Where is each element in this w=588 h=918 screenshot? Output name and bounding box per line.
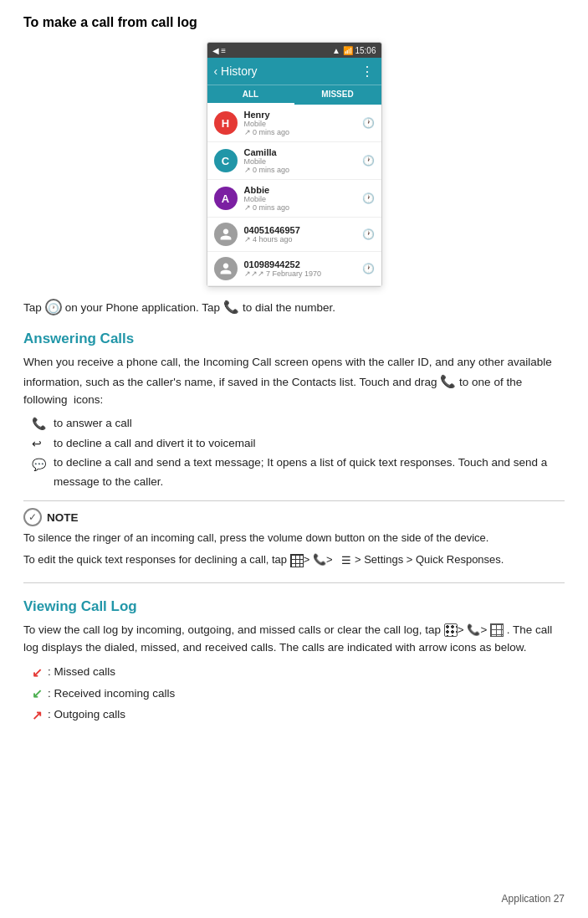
tap-text-3: to dial the number.: [243, 301, 335, 314]
bullet-answer: 📞 to answer a call: [32, 414, 565, 434]
contact-info: 01098944252 ↗↗↗ 7 February 1970: [244, 259, 355, 278]
message-icon: 💬: [32, 455, 49, 475]
bullet-text-message-text: to decline a call and send a text messag…: [54, 454, 565, 492]
bullet-voicemail: ↩ to decline a call and divert it to voi…: [32, 434, 565, 454]
call-log-bullets: ↙ : Missed calls ↙ : Received incoming c…: [32, 662, 565, 726]
grid-icon: [290, 554, 304, 567]
bullet-answer-text: to answer a call: [54, 414, 132, 433]
contact-info: 04051646957 ↗ 4 hours ago: [244, 225, 355, 244]
received-call-icon: ↙: [32, 683, 43, 705]
contact-clock-icon: 🕐: [362, 117, 375, 129]
contact-avatar: H: [214, 111, 238, 135]
apps-grid-icon: [444, 623, 458, 637]
bullet-received: ↙ : Received incoming calls: [32, 683, 565, 705]
missed-call-icon: ↙: [32, 662, 43, 684]
contact-item[interactable]: C Camilla Mobile↗ 0 mins ago 🕐: [207, 142, 381, 180]
contact-name: Abbie: [244, 185, 355, 195]
bullet-missed: ↙ : Missed calls: [32, 662, 565, 684]
answering-calls-title: Answering Calls: [23, 331, 565, 347]
note-text-2: To edit the quick text responses for dec…: [23, 551, 565, 569]
viewing-call-log-description: To view the call log by incoming, outgoi…: [23, 622, 565, 657]
answering-calls-bullets: 📞 to answer a call ↩ to decline a call a…: [32, 414, 565, 492]
status-bar: ◀ ≡ ▲ 📶 15:06: [207, 43, 381, 58]
contact-sub: Mobile↗ 0 mins ago: [244, 157, 355, 174]
tap-text-1: Tap: [23, 301, 42, 314]
outgoing-call-icon: ↗: [32, 705, 43, 726]
contact-item[interactable]: 01098944252 ↗↗↗ 7 February 1970 🕐: [207, 252, 381, 286]
contact-clock-icon: 🕐: [362, 228, 375, 240]
bullet-received-text: : Received incoming calls: [48, 685, 175, 704]
contact-avatar: A: [214, 187, 238, 210]
contact-sub: ↗ 4 hours ago: [244, 235, 355, 244]
phone-tabs: ALL MISSED: [207, 85, 381, 105]
note-box: ✓ NOTE To silence the ringer of an incom…: [23, 500, 565, 583]
bullet-text-message: 💬 to decline a call and send a text mess…: [32, 454, 565, 492]
page-title: To make a call from call log: [23, 15, 565, 30]
contact-info: Henry Mobile↗ 0 mins ago: [244, 110, 355, 136]
phone-dial-icon: 📞: [223, 300, 239, 315]
contact-name: Camilla: [244, 147, 355, 157]
viewing-call-log-title: Viewing Call Log: [23, 598, 565, 615]
contact-avatar: [214, 223, 238, 246]
answering-calls-description: When you receive a phone call, the Incom…: [23, 354, 565, 409]
note-text-1: To silence the ringer of an incoming cal…: [23, 530, 565, 546]
contact-info: Abbie Mobile↗ 0 mins ago: [244, 185, 355, 212]
menu-button[interactable]: ⋮: [360, 64, 375, 79]
contact-name: 04051646957: [244, 225, 355, 235]
grid-table-icon: [490, 623, 504, 637]
page-footer: Application 27: [502, 893, 565, 905]
tap-text-2: on your Phone application. Tap: [65, 301, 220, 314]
contact-clock-icon: 🕐: [362, 263, 375, 274]
note-check-icon: ✓: [23, 508, 42, 526]
contact-sub: ↗↗↗ 7 February 1970: [244, 269, 355, 278]
tab-missed[interactable]: MISSED: [294, 85, 381, 105]
contact-name: Henry: [244, 110, 355, 120]
answer-call-icon: 📞: [32, 414, 49, 434]
menu-lines-icon: ☰: [341, 552, 351, 569]
tap-instruction: Tap 🕐 on your Phone application. Tap 📞 t…: [23, 299, 565, 315]
contact-item[interactable]: H Henry Mobile↗ 0 mins ago 🕐: [207, 105, 381, 142]
tab-all[interactable]: ALL: [207, 85, 294, 105]
contact-avatar: [214, 257, 238, 280]
contact-info: Camilla Mobile↗ 0 mins ago: [244, 147, 355, 174]
note-header: ✓ NOTE: [23, 508, 565, 526]
contact-clock-icon: 🕐: [362, 192, 375, 204]
status-bar-left: ◀ ≡: [212, 46, 227, 55]
note-label: NOTE: [47, 511, 79, 524]
contact-sub: Mobile↗ 0 mins ago: [244, 120, 355, 136]
status-bar-right: ▲ 📶 15:06: [332, 46, 376, 55]
phone-icon-calllog: 📞: [467, 623, 480, 636]
phone-screenshot: ◀ ≡ ▲ 📶 15:06 ‹ History ⋮ ALL MISSED H H…: [207, 42, 382, 287]
contact-avatar: C: [214, 149, 238, 172]
bullet-missed-text: : Missed calls: [48, 663, 115, 682]
phone-icon-note: 📞: [313, 553, 326, 566]
contact-list: H Henry Mobile↗ 0 mins ago 🕐 C Camilla M…: [207, 105, 381, 286]
app-header: ‹ History ⋮: [207, 58, 381, 85]
clock-icon: 🕐: [45, 299, 62, 315]
back-button[interactable]: ‹ History: [214, 64, 258, 78]
voicemail-icon: ↩: [32, 434, 49, 454]
contact-sub: Mobile↗ 0 mins ago: [244, 195, 355, 212]
bullet-voicemail-text: to decline a call and divert it to voice…: [54, 434, 256, 454]
contact-item[interactable]: 04051646957 ↗ 4 hours ago 🕐: [207, 218, 381, 252]
bullet-outgoing-text: : Outgoing calls: [48, 705, 125, 725]
contact-name: 01098944252: [244, 259, 355, 269]
contact-item[interactable]: A Abbie Mobile↗ 0 mins ago 🕐: [207, 180, 381, 218]
bullet-outgoing: ↗ : Outgoing calls: [32, 705, 565, 726]
contact-clock-icon: 🕐: [362, 155, 375, 167]
